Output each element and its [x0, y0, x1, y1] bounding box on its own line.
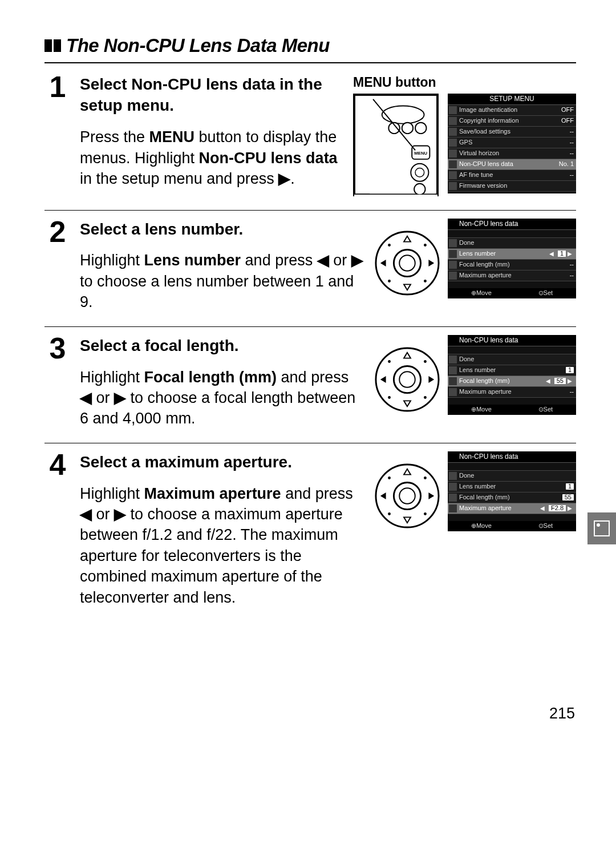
lcd-footer: ⊕Move ⊙Set	[448, 288, 576, 297]
lcd-row-value: OFF	[561, 118, 574, 124]
lcd-row-label: Done	[459, 473, 574, 479]
lcd-row: Focal length (mm)55	[448, 492, 576, 503]
right-arrow-icon: ▶	[351, 252, 363, 269]
lcd-row-label: Focal length (mm)	[459, 261, 568, 268]
lcd-row-icon	[449, 366, 457, 374]
lcd-title: Non-CPU lens data	[448, 451, 576, 463]
lcd-row-label: Focal length (mm)	[459, 378, 544, 384]
svg-point-30	[424, 360, 427, 363]
multi-selector-illustration	[374, 346, 441, 413]
lcd-row-value: 1	[566, 367, 574, 373]
lcd-setup-menu: SETUP MENU Image authenticationOFFCopyri…	[448, 94, 576, 193]
lcd-row-icon	[449, 160, 457, 168]
lcd-title: SETUP MENU	[448, 94, 576, 105]
svg-point-18	[388, 244, 391, 247]
svg-point-9	[415, 168, 424, 177]
lcd-row-label: Copyright information	[459, 118, 559, 124]
lcd-row-label: Maximum aperture	[459, 505, 538, 511]
step-body-text: Press the MENU button to display the men…	[80, 127, 343, 189]
lcd-row: Focal length (mm)◀55▶	[448, 376, 576, 387]
lcd-row-icon	[449, 494, 457, 502]
step-number: 4	[44, 451, 70, 608]
lcd-row-icon	[449, 128, 457, 136]
lcd-row: Maximum aperture◀F2.8▶	[448, 503, 576, 514]
lcd-row-value: 1	[566, 483, 574, 490]
right-arrow-icon: ▶	[566, 378, 574, 384]
title-decoration-icon	[44, 33, 63, 59]
step-body-text: Highlight Lens number and press ◀ or ▶ t…	[80, 250, 363, 312]
lcd-row-label: Non-CPU lens data	[459, 161, 557, 167]
lcd-row-label: Firmware version	[459, 183, 574, 189]
step-heading: Select Non-CPU lens data in the setup me…	[80, 74, 343, 117]
lcd-row: Focal length (mm)--	[448, 260, 576, 270]
lcd-row-label: Lens number	[459, 367, 564, 373]
menu-button-label: MENU button	[353, 74, 576, 91]
step-4: 4 Select a maximum aperture. Highlight M…	[44, 443, 576, 621]
step-heading: Select a maximum aperture.	[80, 451, 363, 473]
multi-selector-illustration	[374, 462, 441, 530]
lcd-row-icon	[449, 261, 457, 269]
lcd-row-icon	[449, 117, 457, 125]
svg-point-13	[399, 255, 415, 271]
step-3: 3 Select a focal length. Highlight Focal…	[44, 327, 576, 443]
camera-svg: MENU	[354, 95, 437, 195]
lcd-row: Virtual horizon--	[448, 148, 576, 159]
svg-point-31	[388, 396, 391, 399]
svg-point-32	[424, 396, 427, 399]
lcd-row-value: 55	[562, 494, 574, 500]
lcd-row: Lens number1	[448, 365, 576, 376]
lcd-row-icon	[449, 182, 457, 190]
lcd-lens-data: Non-CPU lens data DoneLens number1Focal …	[448, 451, 576, 531]
svg-text:MENU: MENU	[414, 151, 427, 156]
lcd-row-label: Lens number	[459, 483, 564, 490]
multi-selector-illustration	[374, 229, 441, 297]
camera-illustration: MENU	[353, 94, 439, 196]
svg-point-19	[424, 244, 427, 247]
right-arrow-icon: ▶	[566, 506, 574, 511]
lcd-row-value: --	[570, 389, 574, 395]
right-arrow-icon: ▶	[278, 170, 290, 187]
title-rule	[44, 62, 576, 63]
left-arrow-icon: ◀	[80, 506, 92, 523]
lcd-row-label: Virtual horizon	[459, 150, 568, 156]
lcd-row-value: No. 1	[559, 161, 574, 167]
lcd-row-value: 1	[558, 251, 566, 257]
lcd-row: GPS--	[448, 138, 576, 148]
svg-point-10	[414, 183, 425, 194]
lcd-row: Done	[448, 471, 576, 482]
step-1: 1 Select Non-CPU lens data in the setup …	[44, 66, 576, 211]
lcd-row-value: OFF	[561, 107, 574, 113]
step-number: 1	[44, 74, 70, 196]
lcd-row-icon	[449, 106, 457, 114]
step-heading: Select a focal length.	[80, 335, 363, 357]
page-title-text: The Non-CPU Lens Data Menu	[66, 35, 330, 56]
lcd-row-value: --	[570, 128, 574, 135]
lcd-row-value: F2.8	[549, 505, 566, 511]
lcd-row-label: Image authentication	[459, 107, 559, 113]
step-body-text: Highlight Maximum aperture and press ◀ o…	[80, 483, 363, 608]
lcd-row-label: Focal length (mm)	[459, 494, 560, 500]
lcd-row: AF fine tune--	[448, 170, 576, 181]
lcd-row-label: Done	[459, 356, 574, 362]
lcd-row-label: GPS	[459, 139, 568, 146]
svg-point-43	[424, 512, 427, 515]
lcd-lens-data: Non-CPU lens data DoneLens number◀1▶Foca…	[448, 219, 576, 298]
page-number: 215	[549, 703, 575, 724]
svg-point-24	[399, 371, 415, 387]
lcd-row: Image authenticationOFF	[448, 105, 576, 116]
right-arrow-icon: ▶	[114, 506, 126, 523]
left-arrow-icon: ◀	[544, 378, 552, 384]
page-title: The Non-CPU Lens Data Menu	[44, 33, 576, 59]
right-arrow-icon: ▶	[566, 251, 574, 257]
lcd-row-value: --	[570, 261, 574, 268]
lcd-row: Maximum aperture--	[448, 387, 576, 398]
lcd-row: Copyright informationOFF	[448, 116, 576, 127]
lcd-title: Non-CPU lens data	[448, 219, 576, 230]
lcd-row-icon	[449, 483, 457, 491]
svg-point-4	[415, 122, 426, 133]
svg-point-3	[402, 122, 413, 133]
lcd-row-label: Save/load settings	[459, 128, 568, 135]
lcd-lens-data: Non-CPU lens data DoneLens number1Focal …	[448, 335, 576, 415]
lcd-row: Done	[448, 238, 576, 249]
lcd-row-icon	[449, 272, 457, 280]
